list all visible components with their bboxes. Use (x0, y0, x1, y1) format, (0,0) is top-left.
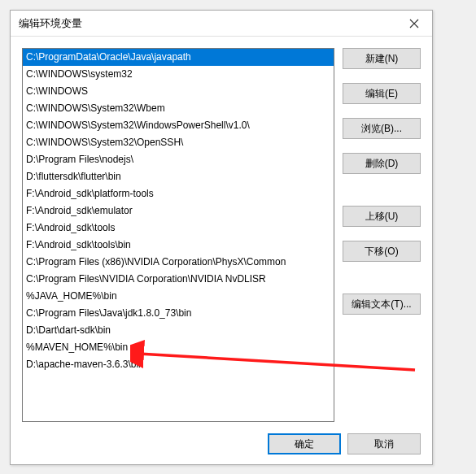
list-item[interactable]: F:\Android_sdk\tools (23, 220, 334, 237)
list-item[interactable]: C:\WINDOWS\System32\WindowsPowerShell\v1… (23, 117, 334, 134)
list-item[interactable]: C:\WINDOWS\System32\OpenSSH\ (23, 134, 334, 151)
browse-button[interactable]: 浏览(B)... (343, 118, 421, 139)
dialog-content: C:\ProgramData\Oracle\Java\javapathC:\WI… (11, 37, 432, 424)
titlebar: 编辑环境变量 (11, 11, 432, 37)
list-item[interactable]: D:\Program Files\nodejs\ (23, 151, 334, 168)
edit-text-button[interactable]: 编辑文本(T)... (343, 294, 421, 315)
list-item[interactable]: F:\Android_sdk\tools\bin (23, 237, 334, 254)
list-item[interactable]: %JAVA_HOME%\bin (23, 288, 334, 305)
list-item[interactable]: C:\Program Files (x86)\NVIDIA Corporatio… (23, 254, 334, 271)
dialog-footer: 确定 取消 (11, 424, 432, 464)
edit-button[interactable]: 编辑(E) (343, 83, 421, 104)
list-item[interactable]: D:\fluttersdk\flutter\bin (23, 168, 334, 185)
list-item[interactable]: C:\Program Files\NVIDIA Corporation\NVID… (23, 271, 334, 288)
path-listbox[interactable]: C:\ProgramData\Oracle\Java\javapathC:\WI… (22, 48, 334, 422)
button-column: 新建(N) 编辑(E) 浏览(B)... 删除(D) 上移(U) 下移(O) 编… (343, 48, 421, 424)
list-item[interactable]: %MAVEN_HOME%\bin (23, 339, 334, 356)
list-item[interactable]: F:\Android_sdk\emulator (23, 202, 334, 220)
delete-button[interactable]: 删除(D) (343, 153, 421, 174)
list-item[interactable]: F:\Android_sdk\platform-tools (23, 185, 334, 202)
ok-button[interactable]: 确定 (268, 433, 341, 454)
list-item[interactable]: C:\ProgramData\Oracle\Java\javapath (23, 49, 334, 66)
list-item[interactable]: D:\Dart\dart-sdk\bin (23, 322, 334, 339)
cancel-button[interactable]: 取消 (347, 433, 421, 454)
edit-env-var-dialog: 编辑环境变量 C:\ProgramData\Oracle\Java\javapa… (10, 10, 433, 465)
move-down-button[interactable]: 下移(O) (343, 241, 421, 262)
list-item[interactable]: C:\WINDOWS\system32 (23, 66, 334, 83)
close-button[interactable] (396, 11, 432, 37)
new-button[interactable]: 新建(N) (343, 48, 421, 69)
list-item[interactable]: D:\apache-maven-3.6.3\bin (23, 356, 334, 373)
list-item[interactable]: C:\WINDOWS (23, 83, 334, 100)
list-item[interactable]: C:\WINDOWS\System32\Wbem (23, 100, 334, 117)
move-up-button[interactable]: 上移(U) (343, 206, 421, 227)
dialog-title: 编辑环境变量 (19, 16, 82, 31)
list-item[interactable]: C:\Program Files\Java\jdk1.8.0_73\bin (23, 305, 334, 322)
close-icon (409, 19, 419, 28)
